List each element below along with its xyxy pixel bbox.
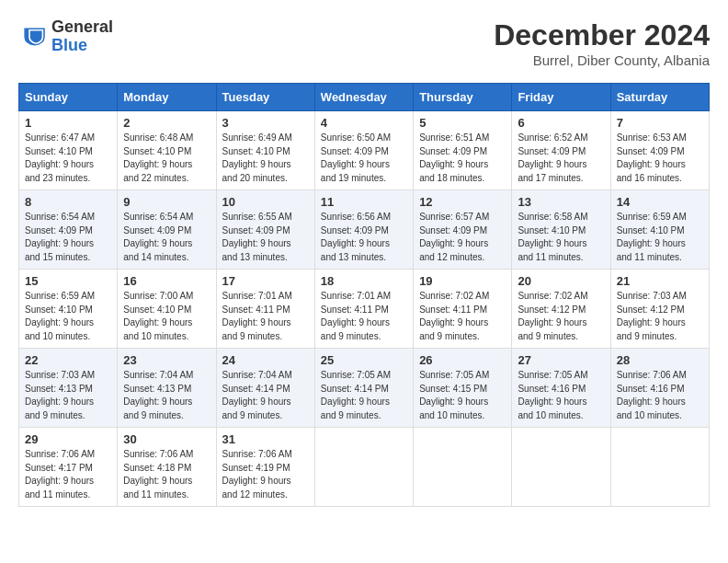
- day-number: 18: [321, 274, 407, 288]
- day-info: Sunrise: 6:52 AM Sunset: 4:09 PM Dayligh…: [518, 132, 604, 185]
- day-number: 17: [222, 274, 309, 288]
- day-number: 7: [617, 116, 703, 130]
- day-number: 31: [222, 432, 309, 446]
- day-number: 27: [518, 353, 604, 367]
- header-thursday: Thursday: [414, 84, 512, 111]
- day-info: Sunrise: 7:03 AM Sunset: 4:12 PM Dayligh…: [617, 290, 703, 343]
- day-number: 15: [25, 274, 111, 288]
- table-row: 21 Sunrise: 7:03 AM Sunset: 4:12 PM Dayl…: [610, 270, 709, 349]
- day-info: Sunrise: 7:04 AM Sunset: 4:13 PM Dayligh…: [123, 369, 210, 422]
- table-row: [314, 428, 413, 507]
- title-location: Burrel, Diber County, Albania: [494, 52, 710, 68]
- logo-text: General Blue: [51, 18, 113, 55]
- header-friday: Friday: [512, 84, 610, 111]
- table-row: 25 Sunrise: 7:05 AM Sunset: 4:14 PM Dayl…: [314, 349, 413, 428]
- header-monday: Monday: [118, 84, 216, 111]
- calendar-row: 15 Sunrise: 6:59 AM Sunset: 4:10 PM Dayl…: [19, 270, 710, 349]
- day-number: 5: [419, 116, 506, 130]
- day-info: Sunrise: 7:05 AM Sunset: 4:14 PM Dayligh…: [321, 369, 407, 422]
- table-row: 8 Sunrise: 6:54 AM Sunset: 4:09 PM Dayli…: [19, 190, 118, 270]
- table-row: 29 Sunrise: 7:06 AM Sunset: 4:17 PM Dayl…: [19, 428, 118, 507]
- day-number: 14: [617, 195, 703, 209]
- header-wednesday: Wednesday: [314, 84, 413, 111]
- day-number: 21: [617, 274, 703, 288]
- table-row: 22 Sunrise: 7:03 AM Sunset: 4:13 PM Dayl…: [19, 349, 118, 428]
- table-row: 9 Sunrise: 6:54 AM Sunset: 4:09 PM Dayli…: [118, 190, 216, 270]
- table-row: 3 Sunrise: 6:49 AM Sunset: 4:10 PM Dayli…: [216, 111, 314, 190]
- table-row: [610, 428, 709, 507]
- day-number: 6: [518, 116, 604, 130]
- day-info: Sunrise: 7:06 AM Sunset: 4:17 PM Dayligh…: [25, 448, 111, 501]
- day-info: Sunrise: 6:47 AM Sunset: 4:10 PM Dayligh…: [25, 132, 111, 185]
- table-row: [414, 428, 512, 507]
- day-info: Sunrise: 6:53 AM Sunset: 4:09 PM Dayligh…: [617, 132, 703, 185]
- day-number: 23: [123, 353, 210, 367]
- day-info: Sunrise: 7:06 AM Sunset: 4:19 PM Dayligh…: [222, 448, 309, 501]
- table-row: 2 Sunrise: 6:48 AM Sunset: 4:10 PM Dayli…: [118, 111, 216, 190]
- day-info: Sunrise: 6:51 AM Sunset: 4:09 PM Dayligh…: [419, 132, 506, 185]
- day-number: 4: [321, 116, 407, 130]
- day-number: 28: [617, 353, 703, 367]
- day-info: Sunrise: 6:57 AM Sunset: 4:09 PM Dayligh…: [419, 211, 506, 264]
- day-number: 22: [25, 353, 111, 367]
- day-number: 2: [123, 116, 210, 130]
- day-number: 10: [222, 195, 309, 209]
- table-row: [512, 428, 610, 507]
- day-number: 16: [123, 274, 210, 288]
- logo-general: General: [51, 18, 113, 37]
- day-number: 25: [321, 353, 407, 367]
- table-row: 31 Sunrise: 7:06 AM Sunset: 4:19 PM Dayl…: [216, 428, 314, 507]
- table-row: 5 Sunrise: 6:51 AM Sunset: 4:09 PM Dayli…: [414, 111, 512, 190]
- day-info: Sunrise: 6:54 AM Sunset: 4:09 PM Dayligh…: [123, 211, 210, 264]
- day-info: Sunrise: 6:59 AM Sunset: 4:10 PM Dayligh…: [25, 290, 111, 343]
- logo-icon: [18, 22, 48, 52]
- day-number: 26: [419, 353, 506, 367]
- table-row: 26 Sunrise: 7:05 AM Sunset: 4:15 PM Dayl…: [414, 349, 512, 428]
- day-info: Sunrise: 7:00 AM Sunset: 4:10 PM Dayligh…: [123, 290, 210, 343]
- logo: General Blue: [18, 18, 113, 55]
- table-row: 16 Sunrise: 7:00 AM Sunset: 4:10 PM Dayl…: [118, 270, 216, 349]
- table-row: 24 Sunrise: 7:04 AM Sunset: 4:14 PM Dayl…: [216, 349, 314, 428]
- header-sunday: Sunday: [19, 84, 118, 111]
- title-block: December 2024 Burrel, Diber County, Alba…: [494, 18, 710, 68]
- day-info: Sunrise: 7:06 AM Sunset: 4:18 PM Dayligh…: [123, 448, 210, 501]
- day-number: 20: [518, 274, 604, 288]
- table-row: 13 Sunrise: 6:58 AM Sunset: 4:10 PM Dayl…: [512, 190, 610, 270]
- table-row: 15 Sunrise: 6:59 AM Sunset: 4:10 PM Dayl…: [19, 270, 118, 349]
- day-info: Sunrise: 6:59 AM Sunset: 4:10 PM Dayligh…: [617, 211, 703, 264]
- day-info: Sunrise: 6:56 AM Sunset: 4:09 PM Dayligh…: [321, 211, 407, 264]
- calendar-table: Sunday Monday Tuesday Wednesday Thursday…: [18, 83, 710, 507]
- table-row: 19 Sunrise: 7:02 AM Sunset: 4:11 PM Dayl…: [414, 270, 512, 349]
- day-info: Sunrise: 6:50 AM Sunset: 4:09 PM Dayligh…: [321, 132, 407, 185]
- title-month: December 2024: [494, 18, 710, 52]
- table-row: 23 Sunrise: 7:04 AM Sunset: 4:13 PM Dayl…: [118, 349, 216, 428]
- table-row: 12 Sunrise: 6:57 AM Sunset: 4:09 PM Dayl…: [414, 190, 512, 270]
- table-row: 17 Sunrise: 7:01 AM Sunset: 4:11 PM Dayl…: [216, 270, 314, 349]
- day-info: Sunrise: 6:58 AM Sunset: 4:10 PM Dayligh…: [518, 211, 604, 264]
- calendar-header-row: Sunday Monday Tuesday Wednesday Thursday…: [19, 84, 710, 111]
- day-info: Sunrise: 6:48 AM Sunset: 4:10 PM Dayligh…: [123, 132, 210, 185]
- day-info: Sunrise: 7:04 AM Sunset: 4:14 PM Dayligh…: [222, 369, 309, 422]
- day-number: 30: [123, 432, 210, 446]
- table-row: 30 Sunrise: 7:06 AM Sunset: 4:18 PM Dayl…: [118, 428, 216, 507]
- header-tuesday: Tuesday: [216, 84, 314, 111]
- table-row: 14 Sunrise: 6:59 AM Sunset: 4:10 PM Dayl…: [610, 190, 709, 270]
- header-saturday: Saturday: [610, 84, 709, 111]
- day-number: 3: [222, 116, 309, 130]
- table-row: 28 Sunrise: 7:06 AM Sunset: 4:16 PM Dayl…: [610, 349, 709, 428]
- table-row: 4 Sunrise: 6:50 AM Sunset: 4:09 PM Dayli…: [314, 111, 413, 190]
- day-number: 29: [25, 432, 111, 446]
- logo-blue: Blue: [51, 37, 113, 55]
- day-info: Sunrise: 7:01 AM Sunset: 4:11 PM Dayligh…: [321, 290, 407, 343]
- day-number: 8: [25, 195, 111, 209]
- day-info: Sunrise: 7:02 AM Sunset: 4:12 PM Dayligh…: [518, 290, 604, 343]
- calendar-row: 8 Sunrise: 6:54 AM Sunset: 4:09 PM Dayli…: [19, 190, 710, 270]
- table-row: 11 Sunrise: 6:56 AM Sunset: 4:09 PM Dayl…: [314, 190, 413, 270]
- day-number: 11: [321, 195, 407, 209]
- day-info: Sunrise: 7:05 AM Sunset: 4:15 PM Dayligh…: [419, 369, 506, 422]
- day-info: Sunrise: 6:55 AM Sunset: 4:09 PM Dayligh…: [222, 211, 309, 264]
- day-number: 9: [123, 195, 210, 209]
- table-row: 18 Sunrise: 7:01 AM Sunset: 4:11 PM Dayl…: [314, 270, 413, 349]
- day-number: 1: [25, 116, 111, 130]
- day-number: 12: [419, 195, 506, 209]
